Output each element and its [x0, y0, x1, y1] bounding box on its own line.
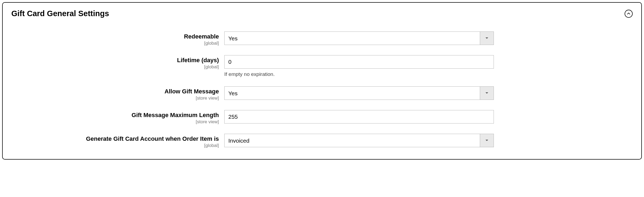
- field-scope: [store view]: [11, 119, 219, 125]
- select-wrap: Invoiced: [224, 134, 494, 147]
- label-col: Generate Gift Card Account when Order It…: [11, 134, 224, 148]
- row-allow-gift-message: Allow Gift Message [store view] Yes: [11, 86, 633, 101]
- chevron-up-icon: [627, 13, 630, 15]
- field-scope: [global]: [11, 64, 219, 70]
- control-col: If empty no expiration.: [224, 55, 494, 77]
- field-label: Generate Gift Card Account when Order It…: [11, 135, 219, 142]
- field-scope: [store view]: [11, 96, 219, 101]
- control-col: Yes: [224, 31, 494, 45]
- control-col: Invoiced: [224, 134, 494, 147]
- row-generate-account-when: Generate Gift Card Account when Order It…: [11, 134, 633, 148]
- label-col: Gift Message Maximum Length [store view]: [11, 110, 224, 125]
- field-scope: [global]: [11, 143, 219, 148]
- panel-header: Gift Card General Settings: [11, 9, 633, 18]
- collapse-toggle-button[interactable]: [625, 10, 633, 18]
- control-col: [224, 110, 494, 124]
- lifetime-input[interactable]: [224, 55, 494, 69]
- field-label: Allow Gift Message: [11, 88, 219, 95]
- field-scope: [global]: [11, 41, 219, 46]
- field-label: Lifetime (days): [11, 57, 219, 64]
- generate-account-when-select[interactable]: Invoiced: [224, 134, 494, 147]
- select-wrap: Yes: [224, 31, 494, 45]
- field-label: Redeemable: [11, 33, 219, 40]
- label-col: Allow Gift Message [store view]: [11, 86, 224, 101]
- field-hint: If empty no expiration.: [224, 71, 494, 77]
- control-col: Yes: [224, 86, 494, 100]
- select-wrap: Yes: [224, 86, 494, 100]
- gift-card-settings-panel: Gift Card General Settings Redeemable [g…: [2, 2, 642, 160]
- row-lifetime: Lifetime (days) [global] If empty no exp…: [11, 55, 633, 77]
- row-gift-message-max-length: Gift Message Maximum Length [store view]: [11, 110, 633, 125]
- field-label: Gift Message Maximum Length: [11, 112, 219, 119]
- label-col: Lifetime (days) [global]: [11, 55, 224, 70]
- label-col: Redeemable [global]: [11, 31, 224, 46]
- allow-gift-message-select[interactable]: Yes: [224, 86, 494, 100]
- gift-message-max-length-input[interactable]: [224, 110, 494, 124]
- panel-title: Gift Card General Settings: [11, 9, 109, 18]
- row-redeemable: Redeemable [global] Yes: [11, 31, 633, 46]
- redeemable-select[interactable]: Yes: [224, 31, 494, 45]
- form-rows: Redeemable [global] Yes Lifetime (days) …: [11, 31, 633, 148]
